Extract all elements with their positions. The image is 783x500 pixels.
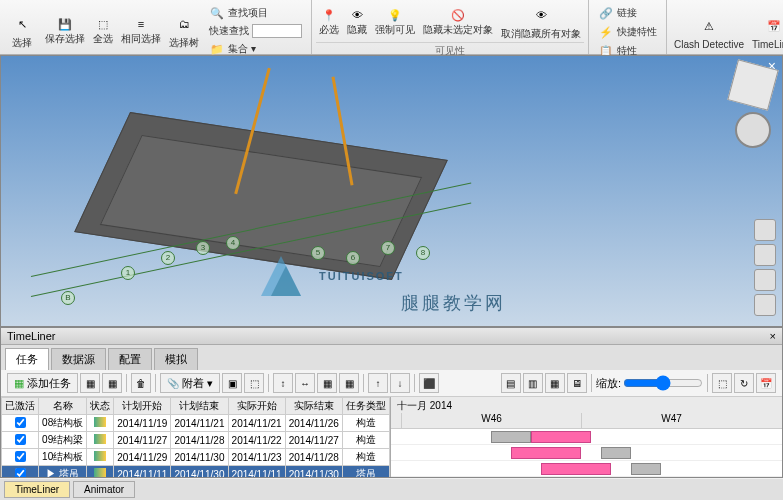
timeliner-panel: TimeLiner × 任务 数据源 配置 模拟 ▦添加任务 ▦ ▦ 🗑 📎附着… <box>0 327 783 478</box>
timeliner-tabs: 任务 数据源 配置 模拟 <box>1 345 782 370</box>
tab-tasks[interactable]: 任务 <box>5 348 49 370</box>
nav-side <box>754 219 776 316</box>
clash-detective-button[interactable]: ⚠Clash Detective <box>671 2 747 62</box>
select-all-button[interactable]: ⬚全选 <box>90 2 116 60</box>
active-checkbox[interactable] <box>15 417 26 428</box>
view-cube[interactable] <box>727 59 778 110</box>
tool-9[interactable]: ⬛ <box>419 373 439 393</box>
timeliner-header: TimeLiner × <box>1 328 782 345</box>
links-button[interactable]: 🔗链接 <box>595 4 660 22</box>
ribbon-group-display: 🔗链接 ⚡快捷特性 📋特性 显示 <box>589 0 667 54</box>
selection-tree-button[interactable]: 🗂选择树 <box>166 2 202 60</box>
attach-button[interactable]: 📎附着 ▾ <box>160 373 220 393</box>
col-header[interactable]: 状态 <box>87 398 114 415</box>
ribbon-group-tools: ⚠Clash Detective 📅TimeLiner 📊Quantificat… <box>667 0 783 54</box>
delete-button[interactable]: 🗑 <box>131 373 151 393</box>
gtool-5[interactable]: ⬚ <box>712 373 732 393</box>
tool-5[interactable]: ▦ <box>317 373 337 393</box>
task-btn-2[interactable]: ▦ <box>102 373 122 393</box>
tool-8[interactable]: ↓ <box>390 373 410 393</box>
select-button[interactable]: ↖选择 <box>4 2 40 60</box>
zoom-icon[interactable] <box>754 244 776 266</box>
watermark-sub: 腿腿教学网 <box>401 291 506 315</box>
tool-1[interactable]: ▣ <box>222 373 242 393</box>
viewport-3d[interactable]: × A B 1 2 3 4 5 6 7 8 TUITUISOFT 腿腿教学网 <box>0 55 783 327</box>
tool-2[interactable]: ⬚ <box>244 373 264 393</box>
gtool-3[interactable]: ▦ <box>545 373 565 393</box>
tab-config[interactable]: 配置 <box>108 348 152 370</box>
active-checkbox[interactable] <box>15 434 26 445</box>
ribbon: ↖选择 💾保存选择 ⬚全选 ≡相同选择 🗂选择树 🔍查找项目 快速查找 📁集合 … <box>0 0 783 55</box>
hide-button[interactable]: 👁隐藏 <box>344 2 370 42</box>
tool-6[interactable]: ▦ <box>339 373 359 393</box>
timeliner-button[interactable]: 📅TimeLiner <box>749 2 783 62</box>
force-visible-button[interactable]: 💡强制可见 <box>372 2 418 42</box>
tool-7[interactable]: ↑ <box>368 373 388 393</box>
gtool-4[interactable]: 🖥 <box>567 373 587 393</box>
bottom-tab-timeliner[interactable]: TimeLiner <box>4 481 70 498</box>
col-header[interactable]: 名称 <box>39 398 87 415</box>
look-icon[interactable] <box>754 294 776 316</box>
ribbon-group-select: ↖选择 💾保存选择 ⬚全选 ≡相同选择 🗂选择树 🔍查找项目 快速查找 📁集合 … <box>0 0 312 54</box>
bottom-tabs: TimeLiner Animator <box>0 479 783 500</box>
quick-find-input[interactable]: 快速查找 <box>206 23 305 39</box>
col-header[interactable]: 实际开始 <box>228 398 285 415</box>
gtool-6[interactable]: ↻ <box>734 373 754 393</box>
gtool-1[interactable]: ▤ <box>501 373 521 393</box>
col-header[interactable]: 计划结束 <box>171 398 228 415</box>
col-header[interactable]: 实际结束 <box>285 398 342 415</box>
gtool-2[interactable]: ▥ <box>523 373 543 393</box>
save-selection-button[interactable]: 💾保存选择 <box>42 2 88 60</box>
select-same-button[interactable]: ≡相同选择 <box>118 2 164 60</box>
task-table[interactable]: 已激活名称状态计划开始计划结束实际开始实际结束任务类型 08结构板2014/11… <box>1 397 391 477</box>
add-task-button[interactable]: ▦添加任务 <box>7 373 78 393</box>
steering-wheel[interactable] <box>735 112 771 148</box>
close-icon[interactable]: × <box>770 330 776 342</box>
timeliner-toolbar: ▦添加任务 ▦ ▦ 🗑 📎附着 ▾ ▣ ⬚ ↕ ↔ ▦ ▦ ↑ ↓ ⬛ ▤ ▥ … <box>1 370 782 397</box>
col-header[interactable]: 已激活 <box>2 398 39 415</box>
require-button[interactable]: 📍必选 <box>316 2 342 42</box>
gantt-week: W46 <box>401 413 581 429</box>
nav-tools <box>732 64 774 148</box>
hide-unselected-button[interactable]: 🚫隐藏未选定对象 <box>420 2 496 42</box>
timeliner-body: 已激活名称状态计划开始计划结束实际开始实际结束任务类型 08结构板2014/11… <box>1 397 782 477</box>
table-row[interactable]: 09结构梁2014/11/272014/11/282014/11/222014/… <box>2 432 390 449</box>
active-checkbox[interactable] <box>15 451 26 462</box>
tab-datasource[interactable]: 数据源 <box>51 348 106 370</box>
col-header[interactable]: 任务类型 <box>342 398 389 415</box>
quick-properties-button[interactable]: ⚡快捷特性 <box>595 23 660 41</box>
watermark: TUITUISOFT <box>251 246 404 306</box>
table-row[interactable]: ▶ 塔吊2014/11/112014/11/302014/11/112014/1… <box>2 466 390 478</box>
table-row[interactable]: 10结构板2014/11/292014/11/302014/11/232014/… <box>2 449 390 466</box>
unhide-all-button[interactable]: 👁取消隐藏所有对象 <box>498 2 584 42</box>
pan-icon[interactable] <box>754 219 776 241</box>
gantt-week: W47 <box>581 413 761 429</box>
col-header[interactable]: 计划开始 <box>114 398 171 415</box>
zoom-label: 缩放: <box>596 376 621 391</box>
gtool-7[interactable]: 📅 <box>756 373 776 393</box>
find-items-button[interactable]: 🔍查找项目 <box>206 4 305 22</box>
bottom-tab-animator[interactable]: Animator <box>73 481 135 498</box>
orbit-icon[interactable] <box>754 269 776 291</box>
tool-3[interactable]: ↕ <box>273 373 293 393</box>
table-row[interactable]: 08结构板2014/11/192014/11/212014/11/212014/… <box>2 415 390 432</box>
ribbon-group-visibility: 📍必选 👁隐藏 💡强制可见 🚫隐藏未选定对象 👁取消隐藏所有对象 可见性 <box>312 0 589 54</box>
tool-4[interactable]: ↔ <box>295 373 315 393</box>
active-checkbox[interactable] <box>15 468 26 478</box>
task-btn-1[interactable]: ▦ <box>80 373 100 393</box>
tab-simulate[interactable]: 模拟 <box>154 348 198 370</box>
gantt-chart[interactable]: 十一月 2014 W46 W47 <box>391 397 782 477</box>
zoom-slider[interactable] <box>623 375 703 391</box>
